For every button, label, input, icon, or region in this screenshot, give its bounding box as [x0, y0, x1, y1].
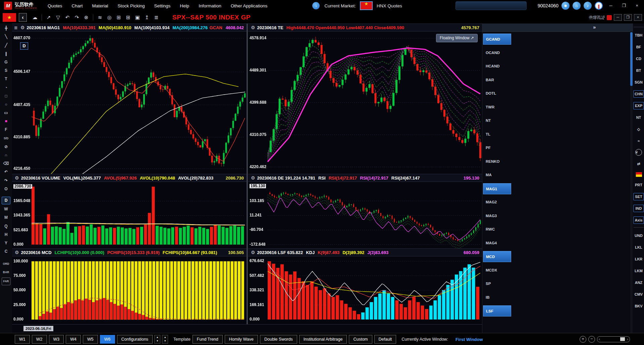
- market-name[interactable]: HNX Quotes: [377, 3, 402, 8]
- cloud-download-icon[interactable]: ☁: [31, 14, 39, 20]
- strip-sgn[interactable]: SGN: [633, 79, 644, 86]
- strip-cmv[interactable]: CMV: [633, 291, 644, 298]
- period-C[interactable]: C: [2, 248, 10, 255]
- indicator-rwc[interactable]: RWC: [483, 224, 514, 235]
- menu-item-help[interactable]: Help: [175, 3, 194, 8]
- wave-chart-icon[interactable]: ≈: [633, 137, 644, 145]
- trend-chart-icon[interactable]: ↗: [45, 14, 53, 20]
- strip-axis[interactable]: Axis: [633, 216, 644, 224]
- template-double-swords[interactable]: Double Swords: [260, 335, 297, 344]
- ellipse-tool[interactable]: ○: [2, 101, 10, 108]
- undo-icon[interactable]: ↶: [63, 14, 71, 20]
- trendline-tool[interactable]: ╱: [2, 42, 10, 49]
- indicator-gcand[interactable]: GCAND: [483, 34, 511, 45]
- microphone-icon[interactable]: ♪: [584, 2, 592, 10]
- strip-bkv[interactable]: BKV: [633, 302, 644, 310]
- indicator-mag4[interactable]: MAG4: [483, 238, 514, 249]
- zoom-in-button[interactable]: +: [580, 336, 586, 343]
- indicator-pf[interactable]: PF: [483, 142, 514, 153]
- wifi-icon[interactable]: ≋: [96, 14, 104, 20]
- indicator-ma[interactable]: MA: [483, 169, 514, 181]
- redo-icon[interactable]: ↷: [73, 14, 81, 20]
- scrollbar-thumb[interactable]: [630, 32, 633, 86]
- diamond-icon[interactable]: ◇: [633, 126, 644, 133]
- indicator-twr[interactable]: TWR: [483, 102, 514, 113]
- strip-nt[interactable]: NT: [633, 114, 644, 121]
- line-tool[interactable]: ╲: [2, 33, 10, 40]
- window-tab-w2[interactable]: W2: [32, 335, 47, 344]
- menu-item-other-applications[interactable]: Other Applications: [226, 3, 272, 8]
- box-tool[interactable]: ▭: [2, 109, 10, 116]
- zoom-out-button[interactable]: −: [588, 336, 595, 343]
- add-window-icon[interactable]: ⊞: [115, 14, 123, 20]
- spinner-up-down-2[interactable]: ▲▼: [162, 335, 168, 344]
- template-institutional-arbitrage[interactable]: Institutional Arbitrage: [299, 335, 347, 344]
- template-homily-wave[interactable]: Homily Wave: [225, 335, 258, 344]
- market-flag-icon[interactable]: [635, 172, 642, 177]
- fill-color-tool[interactable]: ■: [2, 118, 10, 125]
- gear-icon[interactable]: ⚙: [251, 250, 255, 255]
- indicator-ocand[interactable]: OCAND: [483, 47, 514, 58]
- inner-close-button[interactable]: ×: [634, 14, 642, 21]
- gear-icon[interactable]: ⚙: [15, 175, 19, 181]
- shield-tool[interactable]: ∩: [2, 152, 10, 159]
- chart-p2[interactable]: 4578.9144489.3014399.6884310.0754220.462: [248, 32, 482, 174]
- indicator-hcand[interactable]: HCAND: [483, 61, 514, 72]
- strip-anz[interactable]: ANZ: [633, 279, 644, 286]
- homily-badge-icon[interactable]: ∥: [595, 2, 603, 10]
- strip-prt[interactable]: PRT: [633, 181, 644, 189]
- scrollbar-thumb[interactable]: [620, 337, 625, 341]
- period-o[interactable]: O: [2, 186, 10, 193]
- vietnam-flag-icon[interactable]: [360, 1, 373, 10]
- supply-demand-tool[interactable]: S/D: [2, 135, 10, 142]
- menu-item-stock-picking[interactable]: Stock Picking: [113, 3, 150, 8]
- indicator-ib[interactable]: IB: [483, 292, 514, 303]
- panel-menu-icon[interactable]: ≣: [14, 25, 18, 30]
- chart-p4[interactable]: 195.130103.18511.241-80.704-172.648: [248, 182, 482, 248]
- redo-draw-tool[interactable]: ↷: [2, 177, 10, 184]
- mode-bar[interactable]: BAR: [2, 269, 10, 276]
- collapse-icon[interactable]: »: [593, 24, 596, 30]
- target-icon[interactable]: ◎: [105, 14, 113, 20]
- strip-und[interactable]: UND: [633, 232, 644, 239]
- template-default[interactable]: Default: [374, 335, 396, 344]
- window-tab-w6[interactable]: W6: [100, 335, 115, 344]
- strip-lkl[interactable]: LKL: [633, 244, 644, 251]
- export-icon[interactable]: ↥: [143, 14, 151, 20]
- mode-ord[interactable]: ORD: [2, 260, 10, 267]
- period-M[interactable]: M: [2, 214, 10, 221]
- indicator-sp[interactable]: SP: [483, 278, 514, 289]
- layers-icon[interactable]: ≣: [152, 14, 160, 20]
- back-button[interactable]: ‹: [19, 13, 27, 22]
- filter-icon[interactable]: ▽: [54, 14, 62, 20]
- gear-icon[interactable]: ⚙: [20, 25, 25, 30]
- parallel-channel-tool[interactable]: ∥: [2, 50, 10, 57]
- period-D[interactable]: D: [2, 197, 10, 204]
- strip-bt[interactable]: BT: [633, 67, 644, 74]
- chart-p5[interactable]: 100.00075.00050.00025.0000.000: [12, 256, 247, 324]
- menu-item-information[interactable]: Information: [194, 3, 226, 8]
- restore-button[interactable]: ❐: [619, 2, 629, 9]
- cloud-download-icon[interactable]: ↓: [312, 2, 320, 9]
- inner-restore-button[interactable]: ❐: [624, 14, 632, 21]
- window-tab-w1[interactable]: W1: [15, 335, 30, 344]
- add-box-icon[interactable]: ⊞: [124, 14, 132, 20]
- window-tab-w3[interactable]: W3: [49, 335, 64, 344]
- cancel-icon[interactable]: ⊗: [82, 14, 90, 20]
- template-custom[interactable]: Custom: [349, 335, 372, 344]
- indicator-renko[interactable]: RENKO: [483, 156, 514, 167]
- minimize-button[interactable]: ─: [606, 2, 616, 9]
- menu-item-chart[interactable]: Chart: [67, 3, 88, 8]
- scroll-left-icon[interactable]: ‹: [599, 337, 600, 342]
- chart-p3[interactable]: 2086.7301565.0481043.365521.6830.000: [12, 182, 247, 248]
- strip-chn[interactable]: CHN: [633, 90, 644, 98]
- period-Y[interactable]: Y: [2, 240, 10, 247]
- indicator-dotl[interactable]: DOTL: [483, 88, 514, 99]
- menu-item-settings[interactable]: Settings: [150, 3, 175, 8]
- period-Q[interactable]: Q: [2, 223, 10, 230]
- avatar-icon[interactable]: ☻: [561, 2, 570, 10]
- gann-tool[interactable]: G: [2, 59, 10, 66]
- crosshair-tool[interactable]: ╋: [2, 25, 10, 32]
- inner-minimize-button[interactable]: ─: [614, 14, 622, 21]
- period-H[interactable]: H: [2, 231, 10, 238]
